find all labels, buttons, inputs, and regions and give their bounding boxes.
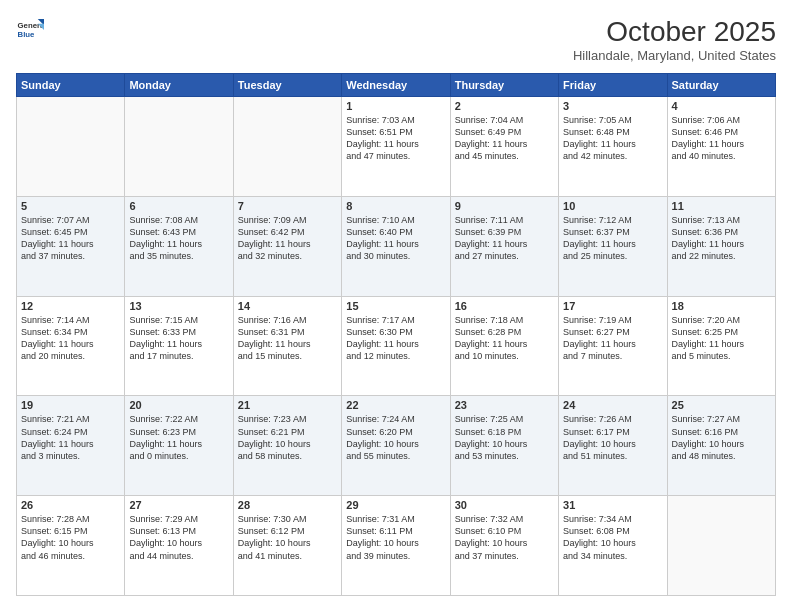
table-row: 25Sunrise: 7:27 AM Sunset: 6:16 PM Dayli… [667,396,775,496]
day-number: 18 [672,300,771,312]
col-sunday: Sunday [17,74,125,97]
col-tuesday: Tuesday [233,74,341,97]
day-info: Sunrise: 7:19 AM Sunset: 6:27 PM Dayligh… [563,314,662,363]
table-row: 26Sunrise: 7:28 AM Sunset: 6:15 PM Dayli… [17,496,125,596]
day-number: 29 [346,499,445,511]
table-row: 13Sunrise: 7:15 AM Sunset: 6:33 PM Dayli… [125,296,233,396]
day-number: 6 [129,200,228,212]
day-number: 13 [129,300,228,312]
day-info: Sunrise: 7:32 AM Sunset: 6:10 PM Dayligh… [455,513,554,562]
day-info: Sunrise: 7:29 AM Sunset: 6:13 PM Dayligh… [129,513,228,562]
page: General Blue October 2025 Hillandale, Ma… [0,0,792,612]
table-row: 17Sunrise: 7:19 AM Sunset: 6:27 PM Dayli… [559,296,667,396]
day-number: 3 [563,100,662,112]
day-number: 27 [129,499,228,511]
table-row: 12Sunrise: 7:14 AM Sunset: 6:34 PM Dayli… [17,296,125,396]
day-number: 21 [238,399,337,411]
day-number: 30 [455,499,554,511]
day-info: Sunrise: 7:24 AM Sunset: 6:20 PM Dayligh… [346,413,445,462]
table-row: 2Sunrise: 7:04 AM Sunset: 6:49 PM Daylig… [450,97,558,197]
table-row: 14Sunrise: 7:16 AM Sunset: 6:31 PM Dayli… [233,296,341,396]
col-friday: Friday [559,74,667,97]
day-info: Sunrise: 7:21 AM Sunset: 6:24 PM Dayligh… [21,413,120,462]
day-info: Sunrise: 7:05 AM Sunset: 6:48 PM Dayligh… [563,114,662,163]
table-row: 7Sunrise: 7:09 AM Sunset: 6:42 PM Daylig… [233,196,341,296]
day-info: Sunrise: 7:03 AM Sunset: 6:51 PM Dayligh… [346,114,445,163]
day-number: 26 [21,499,120,511]
calendar-week-row: 19Sunrise: 7:21 AM Sunset: 6:24 PM Dayli… [17,396,776,496]
day-info: Sunrise: 7:17 AM Sunset: 6:30 PM Dayligh… [346,314,445,363]
table-row: 27Sunrise: 7:29 AM Sunset: 6:13 PM Dayli… [125,496,233,596]
logo-icon: General Blue [16,16,44,44]
day-number: 25 [672,399,771,411]
day-info: Sunrise: 7:07 AM Sunset: 6:45 PM Dayligh… [21,214,120,263]
table-row [17,97,125,197]
day-info: Sunrise: 7:10 AM Sunset: 6:40 PM Dayligh… [346,214,445,263]
table-row: 5Sunrise: 7:07 AM Sunset: 6:45 PM Daylig… [17,196,125,296]
day-number: 17 [563,300,662,312]
day-number: 24 [563,399,662,411]
day-number: 23 [455,399,554,411]
table-row: 16Sunrise: 7:18 AM Sunset: 6:28 PM Dayli… [450,296,558,396]
day-number: 5 [21,200,120,212]
table-row: 1Sunrise: 7:03 AM Sunset: 6:51 PM Daylig… [342,97,450,197]
svg-text:Blue: Blue [18,30,36,39]
table-row: 18Sunrise: 7:20 AM Sunset: 6:25 PM Dayli… [667,296,775,396]
day-number: 15 [346,300,445,312]
day-info: Sunrise: 7:22 AM Sunset: 6:23 PM Dayligh… [129,413,228,462]
day-info: Sunrise: 7:18 AM Sunset: 6:28 PM Dayligh… [455,314,554,363]
location: Hillandale, Maryland, United States [573,48,776,63]
logo: General Blue [16,16,44,44]
table-row: 4Sunrise: 7:06 AM Sunset: 6:46 PM Daylig… [667,97,775,197]
table-row: 21Sunrise: 7:23 AM Sunset: 6:21 PM Dayli… [233,396,341,496]
calendar-header-row: Sunday Monday Tuesday Wednesday Thursday… [17,74,776,97]
calendar-week-row: 1Sunrise: 7:03 AM Sunset: 6:51 PM Daylig… [17,97,776,197]
table-row: 29Sunrise: 7:31 AM Sunset: 6:11 PM Dayli… [342,496,450,596]
day-number: 28 [238,499,337,511]
day-info: Sunrise: 7:12 AM Sunset: 6:37 PM Dayligh… [563,214,662,263]
table-row: 8Sunrise: 7:10 AM Sunset: 6:40 PM Daylig… [342,196,450,296]
day-number: 16 [455,300,554,312]
col-wednesday: Wednesday [342,74,450,97]
table-row: 28Sunrise: 7:30 AM Sunset: 6:12 PM Dayli… [233,496,341,596]
day-info: Sunrise: 7:31 AM Sunset: 6:11 PM Dayligh… [346,513,445,562]
table-row: 6Sunrise: 7:08 AM Sunset: 6:43 PM Daylig… [125,196,233,296]
col-monday: Monday [125,74,233,97]
day-info: Sunrise: 7:34 AM Sunset: 6:08 PM Dayligh… [563,513,662,562]
title-block: October 2025 Hillandale, Maryland, Unite… [573,16,776,63]
day-info: Sunrise: 7:28 AM Sunset: 6:15 PM Dayligh… [21,513,120,562]
day-info: Sunrise: 7:26 AM Sunset: 6:17 PM Dayligh… [563,413,662,462]
day-info: Sunrise: 7:14 AM Sunset: 6:34 PM Dayligh… [21,314,120,363]
table-row: 31Sunrise: 7:34 AM Sunset: 6:08 PM Dayli… [559,496,667,596]
day-info: Sunrise: 7:25 AM Sunset: 6:18 PM Dayligh… [455,413,554,462]
table-row: 10Sunrise: 7:12 AM Sunset: 6:37 PM Dayli… [559,196,667,296]
table-row: 22Sunrise: 7:24 AM Sunset: 6:20 PM Dayli… [342,396,450,496]
day-info: Sunrise: 7:27 AM Sunset: 6:16 PM Dayligh… [672,413,771,462]
day-number: 1 [346,100,445,112]
day-info: Sunrise: 7:20 AM Sunset: 6:25 PM Dayligh… [672,314,771,363]
day-info: Sunrise: 7:09 AM Sunset: 6:42 PM Dayligh… [238,214,337,263]
day-info: Sunrise: 7:11 AM Sunset: 6:39 PM Dayligh… [455,214,554,263]
day-number: 10 [563,200,662,212]
calendar-week-row: 5Sunrise: 7:07 AM Sunset: 6:45 PM Daylig… [17,196,776,296]
day-number: 12 [21,300,120,312]
col-thursday: Thursday [450,74,558,97]
day-number: 8 [346,200,445,212]
day-number: 22 [346,399,445,411]
day-info: Sunrise: 7:23 AM Sunset: 6:21 PM Dayligh… [238,413,337,462]
day-info: Sunrise: 7:06 AM Sunset: 6:46 PM Dayligh… [672,114,771,163]
day-number: 4 [672,100,771,112]
calendar-week-row: 26Sunrise: 7:28 AM Sunset: 6:15 PM Dayli… [17,496,776,596]
table-row: 15Sunrise: 7:17 AM Sunset: 6:30 PM Dayli… [342,296,450,396]
table-row: 19Sunrise: 7:21 AM Sunset: 6:24 PM Dayli… [17,396,125,496]
day-number: 11 [672,200,771,212]
day-info: Sunrise: 7:04 AM Sunset: 6:49 PM Dayligh… [455,114,554,163]
day-info: Sunrise: 7:15 AM Sunset: 6:33 PM Dayligh… [129,314,228,363]
day-number: 2 [455,100,554,112]
day-info: Sunrise: 7:30 AM Sunset: 6:12 PM Dayligh… [238,513,337,562]
table-row [233,97,341,197]
table-row: 3Sunrise: 7:05 AM Sunset: 6:48 PM Daylig… [559,97,667,197]
header: General Blue October 2025 Hillandale, Ma… [16,16,776,63]
day-number: 7 [238,200,337,212]
day-number: 31 [563,499,662,511]
